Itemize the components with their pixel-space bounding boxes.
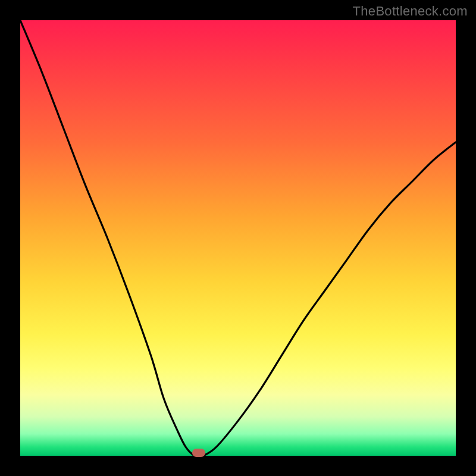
min-marker <box>192 449 205 457</box>
plot-area <box>20 20 456 456</box>
bottleneck-curve <box>20 20 456 456</box>
chart-frame: TheBottleneck.com <box>0 0 476 476</box>
watermark-text: TheBottleneck.com <box>353 4 468 19</box>
